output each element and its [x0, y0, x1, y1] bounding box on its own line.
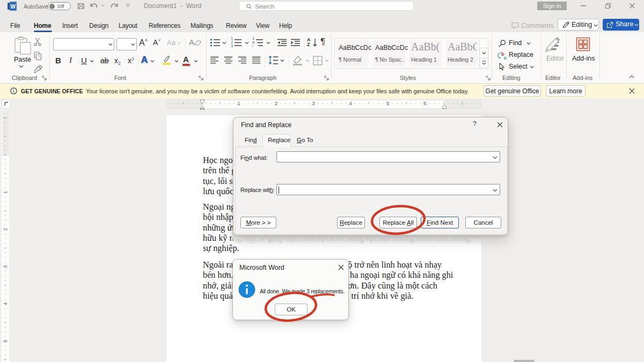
svg-text:1: 1: [3, 191, 8, 194]
svg-text:2: 2: [3, 228, 8, 231]
svg-text:3: 3: [3, 265, 8, 268]
svg-text:4: 4: [3, 302, 8, 305]
svg-text:4: 4: [349, 100, 352, 106]
svg-text:5: 5: [386, 100, 389, 106]
svg-text:5: 5: [3, 339, 8, 342]
svg-text:6: 6: [423, 100, 426, 106]
svg-text:3: 3: [312, 100, 314, 106]
svg-text:c: c: [504, 55, 507, 61]
svg-text:W: W: [11, 4, 16, 10]
svg-text:2: 2: [275, 100, 277, 106]
svg-text:1: 1: [237, 100, 240, 106]
